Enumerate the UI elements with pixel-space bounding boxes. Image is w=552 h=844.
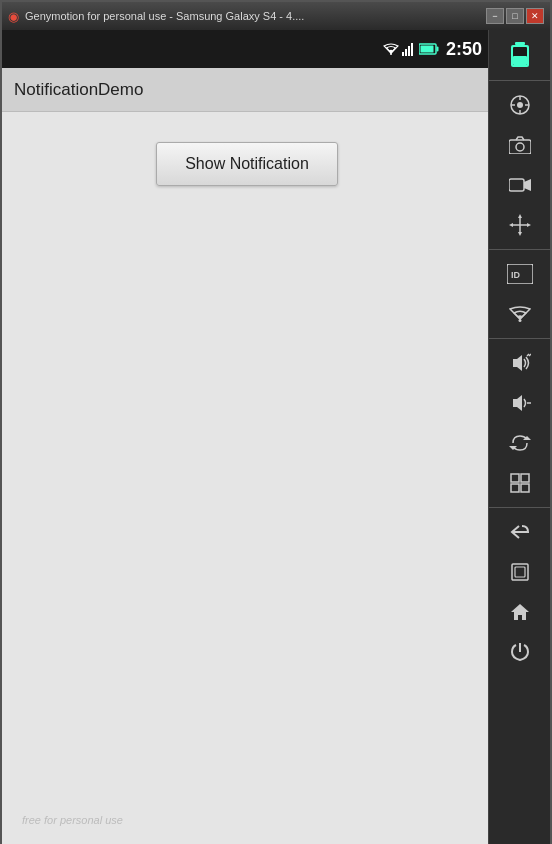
window-title: Genymotion for personal use - Samsung Ga… (25, 10, 304, 22)
svg-rect-6 (436, 47, 438, 52)
status-bar: 2:50 (2, 30, 492, 68)
home-sidebar-icon[interactable] (497, 593, 543, 631)
sidebar-divider-4 (489, 507, 550, 508)
app-title: NotificationDemo (14, 80, 143, 100)
svg-rect-40 (521, 484, 529, 492)
svg-rect-39 (511, 484, 519, 492)
app-logo-icon: ◉ (8, 9, 19, 24)
close-button[interactable]: ✕ (526, 8, 544, 24)
titlebar-left: ◉ Genymotion for personal use - Samsung … (8, 9, 304, 24)
scale-sidebar-icon[interactable] (497, 464, 543, 502)
svg-rect-4 (411, 43, 413, 56)
svg-marker-33 (513, 395, 522, 411)
power-sidebar-icon[interactable] (497, 633, 543, 671)
camera-sidebar-icon[interactable] (497, 126, 543, 164)
svg-rect-38 (521, 474, 529, 482)
wifi-sidebar-icon[interactable] (497, 295, 543, 333)
volume-down-sidebar-icon[interactable] (497, 384, 543, 422)
back-sidebar-icon[interactable] (497, 513, 543, 551)
svg-marker-24 (518, 232, 522, 236)
sidebar-divider-2 (489, 249, 550, 250)
svg-rect-7 (420, 46, 433, 53)
svg-rect-37 (511, 474, 519, 482)
svg-rect-42 (515, 567, 525, 577)
move-sidebar-icon[interactable] (497, 206, 543, 244)
svg-point-13 (517, 102, 523, 108)
svg-rect-20 (509, 179, 524, 191)
show-notification-button[interactable]: Show Notification (156, 142, 338, 186)
battery-sidebar-icon[interactable] (497, 37, 543, 75)
wifi-status-icon (383, 42, 399, 56)
svg-rect-8 (515, 42, 525, 45)
app-content: Show Notification free for personal use (2, 112, 492, 844)
titlebar-controls: − □ ✕ (486, 8, 544, 24)
right-sidebar: ID (488, 30, 550, 844)
app-titlebar: NotificationDemo (2, 68, 492, 112)
watermark-text: free for personal use (22, 814, 123, 826)
rotate-sidebar-icon[interactable] (497, 424, 543, 462)
recent-apps-sidebar-icon[interactable] (497, 553, 543, 591)
svg-point-0 (390, 53, 392, 55)
minimize-button[interactable]: − (486, 8, 504, 24)
status-time: 2:50 (446, 39, 482, 60)
svg-point-19 (516, 143, 524, 151)
video-sidebar-icon[interactable] (497, 166, 543, 204)
sidebar-divider-1 (489, 80, 550, 81)
svg-rect-11 (513, 56, 527, 65)
svg-rect-2 (405, 49, 407, 56)
svg-marker-25 (509, 223, 513, 227)
phone-frame: 2:50 NotificationDemo Show Notification … (2, 30, 492, 844)
sidebar-divider-3 (489, 338, 550, 339)
svg-rect-18 (509, 140, 531, 154)
svg-text:ID: ID (511, 270, 521, 280)
svg-point-29 (518, 319, 521, 322)
titlebar: ◉ Genymotion for personal use - Samsung … (2, 2, 550, 30)
volume-up-sidebar-icon[interactable] (497, 344, 543, 382)
restore-button[interactable]: □ (506, 8, 524, 24)
svg-rect-3 (408, 46, 410, 56)
battery-status-icon (419, 42, 439, 56)
main-window: ◉ Genymotion for personal use - Samsung … (0, 0, 552, 844)
status-icons: 2:50 (383, 39, 482, 60)
svg-marker-23 (518, 214, 522, 218)
id-sidebar-icon[interactable]: ID (497, 255, 543, 293)
svg-rect-1 (402, 52, 404, 56)
signal-status-icon (402, 42, 416, 56)
svg-marker-26 (527, 223, 531, 227)
app-area: NotificationDemo Show Notification free … (2, 68, 492, 844)
gps-sidebar-icon[interactable] (497, 86, 543, 124)
svg-marker-30 (513, 355, 522, 371)
